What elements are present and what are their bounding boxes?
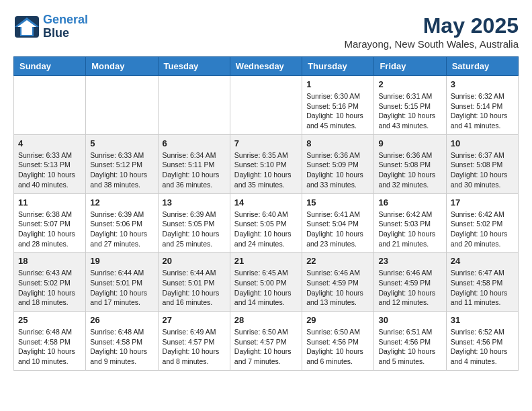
day-cell: 23Sunrise: 6:46 AM Sunset: 4:59 PM Dayli… xyxy=(374,253,446,312)
month-title: May 2025 xyxy=(344,13,519,38)
day-info: Sunrise: 6:47 AM Sunset: 4:58 PM Dayligh… xyxy=(451,268,514,308)
day-number: 13 xyxy=(163,197,226,208)
day-cell: 24Sunrise: 6:47 AM Sunset: 4:58 PM Dayli… xyxy=(446,253,518,312)
day-cell: 1Sunrise: 6:30 AM Sunset: 5:16 PM Daylig… xyxy=(302,76,374,135)
day-number: 22 xyxy=(306,256,369,266)
day-info: Sunrise: 6:38 AM Sunset: 5:07 PM Dayligh… xyxy=(18,210,81,249)
day-info: Sunrise: 6:30 AM Sunset: 5:16 PM Dayligh… xyxy=(306,91,369,131)
day-info: Sunrise: 6:31 AM Sunset: 5:15 PM Dayligh… xyxy=(378,91,441,131)
week-row-1: 1Sunrise: 6:30 AM Sunset: 5:16 PM Daylig… xyxy=(14,76,519,135)
day-number: 1 xyxy=(306,79,369,89)
day-number: 20 xyxy=(163,256,226,266)
weekday-header-saturday: Saturday xyxy=(446,57,518,76)
day-cell: 17Sunrise: 6:42 AM Sunset: 5:02 PM Dayli… xyxy=(446,193,518,253)
location: Marayong, New South Wales, Australia xyxy=(344,38,519,50)
day-info: Sunrise: 6:48 AM Sunset: 4:58 PM Dayligh… xyxy=(18,327,81,367)
day-info: Sunrise: 6:41 AM Sunset: 5:04 PM Dayligh… xyxy=(306,210,369,249)
logo-icon xyxy=(13,15,40,39)
day-number: 9 xyxy=(378,138,441,148)
day-cell: 5Sunrise: 6:33 AM Sunset: 5:12 PM Daylig… xyxy=(86,134,158,193)
day-cell: 12Sunrise: 6:39 AM Sunset: 5:06 PM Dayli… xyxy=(86,193,158,253)
day-number: 18 xyxy=(18,256,81,266)
title-block: May 2025 Marayong, New South Wales, Aust… xyxy=(344,13,519,50)
day-number: 15 xyxy=(306,197,369,208)
day-info: Sunrise: 6:42 AM Sunset: 5:03 PM Dayligh… xyxy=(378,210,441,249)
day-info: Sunrise: 6:43 AM Sunset: 5:02 PM Dayligh… xyxy=(18,268,81,308)
day-number: 3 xyxy=(451,79,514,89)
week-row-2: 4Sunrise: 6:33 AM Sunset: 5:13 PM Daylig… xyxy=(14,134,519,193)
day-number: 27 xyxy=(163,315,226,325)
day-info: Sunrise: 6:33 AM Sunset: 5:13 PM Dayligh… xyxy=(18,150,81,190)
day-info: Sunrise: 6:42 AM Sunset: 5:02 PM Dayligh… xyxy=(451,210,514,249)
weekday-header-row: SundayMondayTuesdayWednesdayThursdayFrid… xyxy=(14,57,519,76)
day-number: 7 xyxy=(234,138,298,148)
day-cell: 15Sunrise: 6:41 AM Sunset: 5:04 PM Dayli… xyxy=(302,193,374,253)
day-number: 16 xyxy=(378,197,441,208)
weekday-header-wednesday: Wednesday xyxy=(230,57,302,76)
day-number: 5 xyxy=(90,138,153,148)
week-row-4: 18Sunrise: 6:43 AM Sunset: 5:02 PM Dayli… xyxy=(14,253,519,312)
day-info: Sunrise: 6:52 AM Sunset: 4:56 PM Dayligh… xyxy=(451,327,514,367)
weekday-header-friday: Friday xyxy=(374,57,446,76)
day-cell: 30Sunrise: 6:51 AM Sunset: 4:56 PM Dayli… xyxy=(374,312,446,371)
day-cell: 28Sunrise: 6:50 AM Sunset: 4:57 PM Dayli… xyxy=(230,312,302,371)
day-cell: 11Sunrise: 6:38 AM Sunset: 5:07 PM Dayli… xyxy=(14,193,86,253)
day-info: Sunrise: 6:35 AM Sunset: 5:10 PM Dayligh… xyxy=(234,150,298,190)
day-info: Sunrise: 6:40 AM Sunset: 5:05 PM Dayligh… xyxy=(234,210,298,249)
weekday-header-sunday: Sunday xyxy=(14,57,86,76)
logo-text: General Blue xyxy=(43,13,88,40)
day-cell: 27Sunrise: 6:49 AM Sunset: 4:57 PM Dayli… xyxy=(158,312,230,371)
day-cell: 16Sunrise: 6:42 AM Sunset: 5:03 PM Dayli… xyxy=(374,193,446,253)
day-number: 29 xyxy=(306,315,369,325)
day-info: Sunrise: 6:37 AM Sunset: 5:08 PM Dayligh… xyxy=(451,150,514,190)
day-info: Sunrise: 6:32 AM Sunset: 5:14 PM Dayligh… xyxy=(451,91,514,131)
day-cell: 22Sunrise: 6:46 AM Sunset: 4:59 PM Dayli… xyxy=(302,253,374,312)
day-info: Sunrise: 6:48 AM Sunset: 4:58 PM Dayligh… xyxy=(90,327,153,367)
day-cell: 7Sunrise: 6:35 AM Sunset: 5:10 PM Daylig… xyxy=(230,134,302,193)
weekday-header-monday: Monday xyxy=(86,57,158,76)
day-cell: 13Sunrise: 6:39 AM Sunset: 5:05 PM Dayli… xyxy=(158,193,230,253)
day-cell: 6Sunrise: 6:34 AM Sunset: 5:11 PM Daylig… xyxy=(158,134,230,193)
day-cell: 10Sunrise: 6:37 AM Sunset: 5:08 PM Dayli… xyxy=(446,134,518,193)
day-number: 2 xyxy=(378,79,441,89)
day-cell: 25Sunrise: 6:48 AM Sunset: 4:58 PM Dayli… xyxy=(14,312,86,371)
week-row-5: 25Sunrise: 6:48 AM Sunset: 4:58 PM Dayli… xyxy=(14,312,519,371)
day-info: Sunrise: 6:33 AM Sunset: 5:12 PM Dayligh… xyxy=(90,150,153,190)
day-cell: 4Sunrise: 6:33 AM Sunset: 5:13 PM Daylig… xyxy=(14,134,86,193)
day-cell xyxy=(86,76,158,135)
day-cell xyxy=(230,76,302,135)
day-info: Sunrise: 6:34 AM Sunset: 5:11 PM Dayligh… xyxy=(163,150,226,190)
day-number: 21 xyxy=(234,256,298,266)
day-number: 28 xyxy=(234,315,298,325)
day-cell: 29Sunrise: 6:50 AM Sunset: 4:56 PM Dayli… xyxy=(302,312,374,371)
day-cell: 19Sunrise: 6:44 AM Sunset: 5:01 PM Dayli… xyxy=(86,253,158,312)
day-info: Sunrise: 6:39 AM Sunset: 5:06 PM Dayligh… xyxy=(90,210,153,249)
weekday-header-thursday: Thursday xyxy=(302,57,374,76)
day-cell: 9Sunrise: 6:36 AM Sunset: 5:08 PM Daylig… xyxy=(374,134,446,193)
day-number: 10 xyxy=(451,138,514,148)
day-number: 6 xyxy=(163,138,226,148)
day-cell: 26Sunrise: 6:48 AM Sunset: 4:58 PM Dayli… xyxy=(86,312,158,371)
day-number: 23 xyxy=(378,256,441,266)
day-number: 8 xyxy=(306,138,369,148)
day-number: 24 xyxy=(451,256,514,266)
day-info: Sunrise: 6:46 AM Sunset: 4:59 PM Dayligh… xyxy=(378,268,441,308)
day-number: 4 xyxy=(18,138,81,148)
day-info: Sunrise: 6:39 AM Sunset: 5:05 PM Dayligh… xyxy=(163,210,226,249)
day-number: 19 xyxy=(90,256,153,266)
day-number: 26 xyxy=(90,315,153,325)
day-cell: 8Sunrise: 6:36 AM Sunset: 5:09 PM Daylig… xyxy=(302,134,374,193)
day-cell: 14Sunrise: 6:40 AM Sunset: 5:05 PM Dayli… xyxy=(230,193,302,253)
day-cell: 2Sunrise: 6:31 AM Sunset: 5:15 PM Daylig… xyxy=(374,76,446,135)
day-info: Sunrise: 6:44 AM Sunset: 5:01 PM Dayligh… xyxy=(163,268,226,308)
day-number: 14 xyxy=(234,197,298,208)
weekday-header-tuesday: Tuesday xyxy=(158,57,230,76)
day-cell: 3Sunrise: 6:32 AM Sunset: 5:14 PM Daylig… xyxy=(446,76,518,135)
day-info: Sunrise: 6:44 AM Sunset: 5:01 PM Dayligh… xyxy=(90,268,153,308)
day-cell: 31Sunrise: 6:52 AM Sunset: 4:56 PM Dayli… xyxy=(446,312,518,371)
logo: General Blue xyxy=(13,13,88,40)
day-info: Sunrise: 6:46 AM Sunset: 4:59 PM Dayligh… xyxy=(306,268,369,308)
page-header: General Blue May 2025 Marayong, New Sout… xyxy=(13,13,519,50)
day-cell: 20Sunrise: 6:44 AM Sunset: 5:01 PM Dayli… xyxy=(158,253,230,312)
day-number: 12 xyxy=(90,197,153,208)
